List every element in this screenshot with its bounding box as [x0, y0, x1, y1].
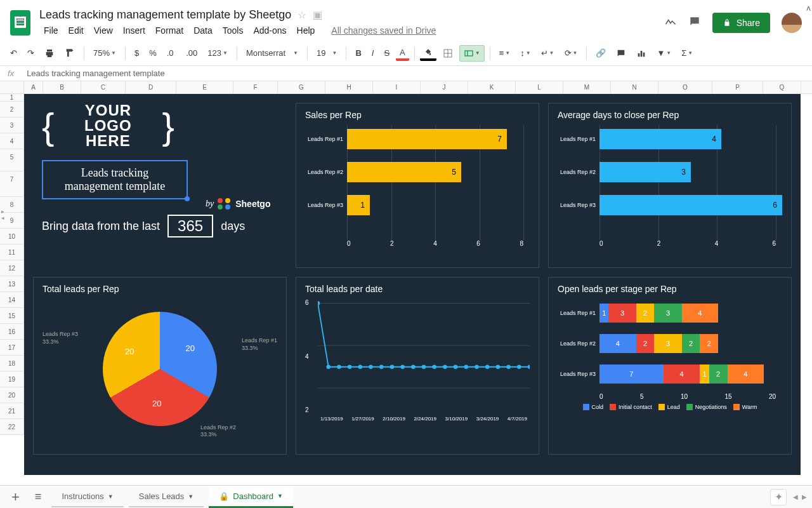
star-icon[interactable]: ☆ — [298, 9, 306, 21]
menu-edit[interactable]: Edit — [64, 23, 88, 38]
menu-data[interactable]: Data — [189, 23, 217, 38]
more-formats-button[interactable]: 123▼ — [204, 46, 232, 60]
currency-button[interactable]: $ — [131, 46, 143, 60]
days-input[interactable]: 365 — [167, 215, 213, 237]
all-sheets-button[interactable]: ≡ — [30, 490, 47, 504]
strikethrough-button[interactable]: S — [380, 46, 393, 60]
row-header[interactable]: 16 — [0, 324, 24, 340]
row-header[interactable]: 20 — [0, 387, 24, 403]
col-header[interactable]: E — [176, 81, 233, 93]
col-header[interactable]: G — [278, 81, 325, 93]
redo-button[interactable]: ↷ — [23, 46, 38, 60]
sales-per-rep-chart[interactable]: Sales per Rep Leads Rep #17Leads Rep #25… — [296, 103, 539, 268]
rotate-button[interactable]: ⟳▼ — [561, 46, 582, 60]
row-header[interactable]: 22 — [0, 419, 24, 435]
col-header[interactable]: J — [421, 81, 468, 93]
col-header[interactable]: O — [658, 81, 712, 93]
total-leads-date-chart[interactable]: Total leads per date 642 1/13/20191/27/2… — [296, 277, 539, 455]
row-header[interactable]: 13 — [0, 276, 24, 292]
insert-chart-button[interactable] — [632, 46, 650, 61]
v-align-button[interactable]: ↕▼ — [516, 46, 534, 60]
saved-status[interactable]: All changes saved in Drive — [327, 23, 440, 38]
menu-view[interactable]: View — [89, 23, 117, 38]
text-color-button[interactable]: A — [396, 45, 409, 61]
font-select[interactable]: Montserrat▼ — [242, 46, 302, 60]
col-header[interactable]: Q — [763, 81, 801, 93]
user-avatar[interactable] — [782, 13, 802, 33]
col-header[interactable]: B — [43, 81, 81, 93]
row-header[interactable]: 14 — [0, 292, 24, 308]
h-align-button[interactable]: ≡▼ — [495, 46, 514, 60]
activity-icon[interactable] — [664, 15, 677, 30]
sheet-tab-dashboard[interactable]: 🔒Dashboard▼ — [209, 486, 293, 508]
filter-button[interactable]: ▼▼ — [653, 46, 675, 60]
menu-format[interactable]: Format — [151, 23, 188, 38]
document-title[interactable]: Leads tracking management template by Sh… — [39, 8, 291, 22]
font-size-select[interactable]: 19▼ — [313, 46, 341, 60]
row-header[interactable]: 4 — [0, 133, 24, 149]
folder-icon[interactable]: ▣ — [313, 9, 322, 21]
menu-help[interactable]: Help — [292, 23, 320, 38]
functions-button[interactable]: Σ▼ — [678, 46, 697, 60]
col-header[interactable]: H — [325, 81, 373, 93]
italic-button[interactable]: I — [368, 46, 378, 60]
add-sheet-button[interactable]: + — [6, 489, 25, 505]
col-header[interactable]: D — [126, 81, 176, 93]
paint-format-button[interactable] — [61, 46, 79, 61]
col-header[interactable]: F — [233, 81, 278, 93]
comment-icon[interactable] — [688, 15, 701, 30]
row-header[interactable]: 12 — [0, 260, 24, 276]
menu-insert[interactable]: Insert — [119, 23, 150, 38]
percent-button[interactable]: % — [145, 46, 160, 60]
share-button[interactable]: Share — [712, 13, 770, 33]
col-header[interactable]: N — [611, 81, 658, 93]
increase-decimal-button[interactable]: .00 — [182, 46, 201, 60]
scroll-right-icon[interactable]: ▶ — [801, 492, 808, 502]
col-header[interactable]: K — [468, 81, 516, 93]
menu-tools[interactable]: Tools — [218, 23, 248, 38]
merge-cells-button[interactable]: ▼ — [459, 45, 485, 62]
row-header[interactable]: 7 — [0, 171, 24, 197]
link-button[interactable]: 🔗 — [592, 46, 610, 60]
row-header[interactable]: 11 — [0, 244, 24, 260]
borders-button[interactable] — [439, 46, 457, 61]
title-box[interactable]: Leads tracking management template — [42, 160, 188, 199]
wrap-button[interactable]: ↵▼ — [537, 46, 558, 60]
col-header[interactable]: A — [24, 81, 43, 93]
formula-bar[interactable]: fx Leads tracking management template — [0, 66, 812, 81]
decrease-decimal-button[interactable]: .0 — [163, 46, 180, 60]
row-header[interactable]: 1 — [0, 94, 24, 102]
row-header[interactable]: 2 — [0, 102, 24, 117]
col-header[interactable]: C — [81, 81, 126, 93]
col-header[interactable]: M — [563, 81, 611, 93]
sheet-tab-instructions[interactable]: Instructions▼ — [51, 486, 123, 507]
zoom-select[interactable]: 75%▼ — [89, 46, 120, 60]
row-header[interactable]: 21 — [0, 403, 24, 419]
row-header[interactable]: 19 — [0, 371, 24, 387]
bold-button[interactable]: B — [351, 46, 365, 60]
comment-add-button[interactable] — [612, 46, 630, 61]
sheet-tab-sales-leads[interactable]: Sales Leads▼ — [129, 486, 204, 507]
select-all-corner[interactable] — [0, 81, 24, 93]
sheets-logo-icon[interactable] — [10, 10, 30, 36]
row-header[interactable]: 3 — [0, 117, 24, 133]
print-button[interactable] — [41, 46, 58, 61]
col-header[interactable]: I — [373, 81, 421, 93]
explore-button[interactable]: ✦ — [770, 489, 787, 505]
toolbar-expand-toggle[interactable]: ʌ — [806, 4, 811, 13]
row-header[interactable]: 5 — [0, 149, 24, 171]
total-leads-pie[interactable]: Total leads per Rep 20 20 20 Leads Rep #… — [33, 277, 287, 455]
row-header[interactable]: 15 — [0, 308, 24, 324]
col-header[interactable]: P — [712, 81, 763, 93]
avg-days-chart[interactable]: Average days to close per Rep Leads Rep … — [548, 103, 792, 268]
row-header[interactable]: 18 — [0, 356, 24, 371]
menu-addons[interactable]: Add-ons — [249, 23, 291, 38]
fill-color-button[interactable] — [420, 46, 436, 61]
open-leads-stacked-chart[interactable]: Open leads per stage per Rep Leads Rep #… — [548, 277, 792, 455]
menu-file[interactable]: File — [39, 23, 63, 38]
row-header[interactable]: 10 — [0, 229, 24, 244]
undo-button[interactable]: ↶ — [6, 46, 21, 60]
row-collapse-icon[interactable]: ▸◂ — [1, 208, 4, 221]
row-header[interactable]: 17 — [0, 340, 24, 356]
col-header[interactable]: L — [516, 81, 563, 93]
